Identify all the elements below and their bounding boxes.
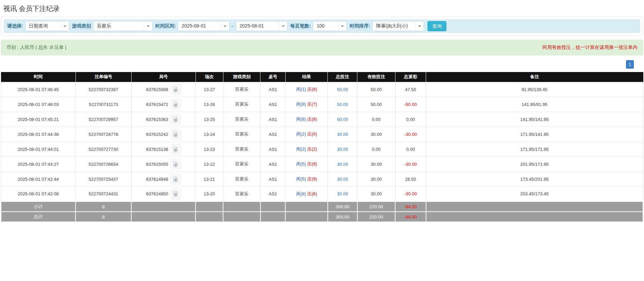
cell-session: 13-27 bbox=[196, 82, 223, 97]
chevron-down-icon[interactable] bbox=[338, 21, 346, 31]
page-size-select[interactable]: 100 bbox=[313, 21, 347, 31]
table-row: 2025-08-01 07:46:03522700731173637615472… bbox=[1, 97, 643, 112]
date-to-select[interactable]: 2025-08-01 bbox=[236, 21, 288, 31]
cell-game-type: 百家乐 bbox=[223, 127, 260, 142]
page-title: 视讯 会员下注纪录 bbox=[0, 0, 644, 17]
total-bet-link[interactable]: 30.00 bbox=[337, 162, 348, 167]
subtotal-cell bbox=[260, 201, 286, 212]
round-number: 637615055 bbox=[146, 162, 168, 167]
result-player: 闲(8) bbox=[296, 117, 306, 122]
video-replay-button[interactable] bbox=[170, 114, 181, 125]
page-button[interactable]: 1 bbox=[626, 60, 634, 69]
round-number: 637614948 bbox=[146, 177, 168, 182]
cell-time: 2025-08-01 07:42:44 bbox=[1, 172, 75, 187]
cell-valid-bet: 50.00 bbox=[357, 82, 395, 97]
cell-total-bet: 30.00 bbox=[328, 187, 357, 201]
subtotal-cell: 小计 bbox=[1, 201, 75, 212]
video-replay-button[interactable] bbox=[170, 99, 181, 110]
cell-payout: -50.00 bbox=[395, 97, 426, 112]
column-header: 有效投注 bbox=[357, 72, 395, 82]
page-size-label: 每页笔数: bbox=[290, 23, 311, 29]
time-range-label: 时间区间: bbox=[155, 23, 176, 29]
result-player: 闲(2) bbox=[296, 131, 306, 137]
cell-total-bet: 30.00 bbox=[328, 157, 357, 172]
video-replay-button[interactable] bbox=[170, 129, 181, 140]
round-number: 637615136 bbox=[146, 147, 168, 152]
chevron-down-icon[interactable] bbox=[144, 21, 152, 31]
cell-valid-bet: 50.00 bbox=[357, 97, 395, 112]
total-bet-link[interactable]: 50.00 bbox=[337, 102, 348, 107]
game-type-select[interactable]: 百家乐 bbox=[93, 21, 153, 31]
cell-table-no: AS1 bbox=[260, 97, 286, 112]
round-group: 637615136 bbox=[146, 144, 181, 155]
round-group: 637614948 bbox=[146, 174, 181, 185]
cell-payout: -30.00 bbox=[395, 157, 426, 172]
total-bet-link[interactable]: 30.00 bbox=[337, 177, 348, 182]
video-replay-button[interactable] bbox=[170, 159, 181, 170]
cell-total-bet: 50.00 bbox=[328, 82, 357, 97]
column-header: 局号 bbox=[131, 72, 196, 82]
cell-payout: -30.00 bbox=[395, 187, 426, 201]
currency-total-info: 币别 : 人民币 | 总共 :8 注单 | bbox=[6, 45, 66, 51]
cell-round: 637615136 bbox=[131, 142, 196, 157]
total-bet-link[interactable]: 50.00 bbox=[337, 87, 348, 92]
column-header: 场次 bbox=[196, 72, 223, 82]
video-replay-button[interactable] bbox=[170, 189, 181, 199]
cell-session: 13-20 bbox=[196, 187, 223, 201]
subtotal-row: 小计8300.00220.00-64.00 bbox=[1, 201, 643, 212]
result-player: 闲(2) bbox=[296, 146, 306, 152]
chevron-down-icon[interactable] bbox=[221, 21, 229, 31]
cell-game-type: 百家乐 bbox=[223, 157, 260, 172]
subtotal-cell: 300.00 bbox=[328, 201, 357, 212]
round-group: 637615055 bbox=[146, 159, 181, 170]
cell-payout: 28.50 bbox=[395, 172, 426, 187]
cell-result: 闲(8) 庄(7) bbox=[285, 97, 328, 112]
chevron-down-icon[interactable] bbox=[279, 21, 287, 31]
total-cell bbox=[285, 212, 328, 222]
cell-payout: -30.00 bbox=[395, 127, 426, 142]
cell-session: 13-26 bbox=[196, 97, 223, 112]
cell-time: 2025-08-01 07:46:45 bbox=[1, 82, 75, 97]
round-number: 637615588 bbox=[146, 87, 168, 92]
subtotal-cell bbox=[131, 201, 196, 212]
cell-bet-id: 522700729957 bbox=[75, 112, 131, 127]
result-banker: 庄(8) bbox=[307, 117, 317, 122]
cell-round: 637615472 bbox=[131, 97, 196, 112]
total-bet-link[interactable]: 30.00 bbox=[337, 147, 348, 152]
table-row: 2025-08-01 07:42:44522700725437637614948… bbox=[1, 172, 643, 187]
sort-order-select[interactable]: 降幂(由大到小) bbox=[372, 21, 424, 31]
total-cell: 300.00 bbox=[328, 212, 357, 222]
cell-table-no: AS1 bbox=[260, 172, 286, 187]
round-number: 637615363 bbox=[146, 117, 168, 122]
chevron-down-icon[interactable] bbox=[415, 21, 424, 31]
total-cell bbox=[131, 212, 196, 222]
total-cell bbox=[223, 212, 260, 222]
table-row: 2025-08-01 07:43:27522700726654637615055… bbox=[1, 157, 643, 172]
cell-total-bet: 50.00 bbox=[328, 97, 357, 112]
subtotal-cell: 8 bbox=[75, 201, 131, 212]
cell-result: 闲(2) 庄(2) bbox=[285, 142, 328, 157]
search-button[interactable]: 查询 bbox=[427, 21, 446, 31]
cell-note: 173.45/201.95 bbox=[426, 172, 643, 187]
cell-table-no: AS1 bbox=[260, 187, 286, 201]
cell-payout: 47.50 bbox=[395, 82, 426, 97]
video-replay-button[interactable] bbox=[170, 84, 181, 95]
total-bet-link[interactable]: 30.00 bbox=[337, 132, 348, 137]
total-cell bbox=[426, 212, 643, 222]
filter-bar: 请选择: 日期查询 游戏类别 百家乐 时间区间: 2025-08-01 ~ 20… bbox=[4, 19, 640, 33]
cell-round: 637615363 bbox=[131, 112, 196, 127]
column-header: 总投注 bbox=[328, 72, 357, 82]
cell-valid-bet: 30.00 bbox=[357, 157, 395, 172]
cell-valid-bet: 0.00 bbox=[357, 112, 395, 127]
date-range-separator: ~ bbox=[231, 23, 234, 29]
valid-bet-note: 同局有效投注，统一计算在该局第一张注单内 bbox=[542, 45, 638, 51]
cell-session: 13-23 bbox=[196, 142, 223, 157]
date-from-select[interactable]: 2025-08-01 bbox=[178, 21, 230, 31]
video-replay-button[interactable] bbox=[170, 144, 181, 155]
film-icon bbox=[173, 191, 179, 197]
total-bet-link[interactable]: 50.00 bbox=[337, 117, 348, 122]
total-bet-link[interactable]: 30.00 bbox=[337, 191, 348, 196]
video-replay-button[interactable] bbox=[170, 174, 181, 185]
chevron-down-icon[interactable] bbox=[61, 21, 69, 31]
query-type-select[interactable]: 日期查询 bbox=[25, 21, 69, 31]
